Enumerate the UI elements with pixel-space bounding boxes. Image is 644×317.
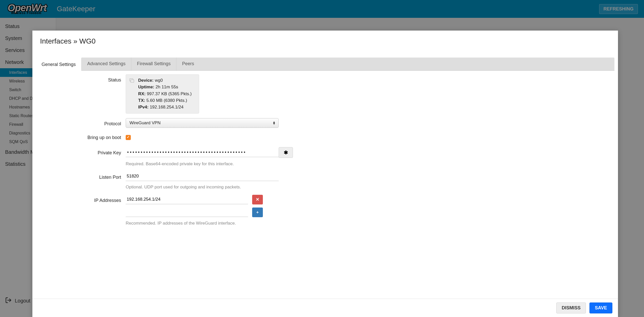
tab-firewall[interactable]: Firewall Settings — [131, 58, 176, 71]
private-key-help: Required. Base64-encoded private key for… — [126, 161, 610, 167]
add-ip-button[interactable]: + — [252, 208, 263, 217]
tab-general[interactable]: General Settings — [36, 58, 82, 71]
ipv4-value: 192.168.254.1/24 — [150, 105, 183, 109]
private-key-label: Private Key — [40, 147, 126, 156]
listen-port-input[interactable] — [126, 172, 279, 181]
protocol-label: Protocol — [40, 118, 126, 127]
device-label: Device: — [138, 78, 153, 83]
ip-address-input-0[interactable] — [126, 195, 248, 204]
tx-label: TX: — [138, 98, 145, 103]
device-value: wg0 — [155, 78, 163, 83]
tabs: General Settings Advanced Settings Firew… — [36, 58, 614, 71]
ip-help: Recommended. IP addresses of the WireGua… — [126, 221, 610, 226]
remove-ip-button[interactable]: ✕ — [252, 195, 263, 204]
tx-value: 5.60 MB (6380 Pkts.) — [146, 98, 187, 103]
bring-up-checkbox[interactable] — [126, 135, 131, 140]
modal-title: Interfaces » WG0 — [32, 31, 618, 47]
dismiss-button[interactable]: DISMISS — [556, 302, 586, 313]
ip-addresses-label: IP Addresses — [40, 195, 126, 203]
tab-advanced[interactable]: Advanced Settings — [82, 58, 131, 71]
listen-port-label: Listen Port — [40, 172, 126, 180]
save-button[interactable]: SAVE — [589, 302, 612, 313]
rx-label: RX: — [138, 91, 146, 96]
status-label: Status — [40, 74, 126, 83]
listen-port-help: Optional. UDP port used for outgoing and… — [126, 185, 610, 190]
svg-rect-2 — [131, 80, 134, 82]
bring-up-label: Bring up on boot — [40, 132, 126, 140]
private-key-input[interactable] — [126, 148, 279, 157]
uptime-label: Uptime: — [138, 85, 154, 89]
uptime-value: 2h 11m 55s — [156, 85, 178, 89]
device-icon — [129, 78, 135, 111]
protocol-select[interactable]: WireGuard VPN — [126, 118, 279, 128]
modal-footer: DISMISS SAVE — [32, 299, 618, 317]
ip-address-input-new[interactable] — [126, 208, 248, 217]
status-box: Device: wg0 Uptime: 2h 11m 55s RX: 997.3… — [126, 74, 199, 114]
ipv4-label: IPv4: — [138, 105, 149, 109]
tab-peers[interactable]: Peers — [176, 58, 200, 71]
interface-modal: Interfaces » WG0 General Settings Advanc… — [32, 31, 618, 317]
reveal-key-button[interactable]: ✱ — [279, 147, 293, 158]
form-area: Status Device: wg0 Uptime: 2h 11m 55s RX… — [32, 71, 618, 299]
rx-value: 997.37 KB (5365 Pkts.) — [147, 91, 192, 96]
